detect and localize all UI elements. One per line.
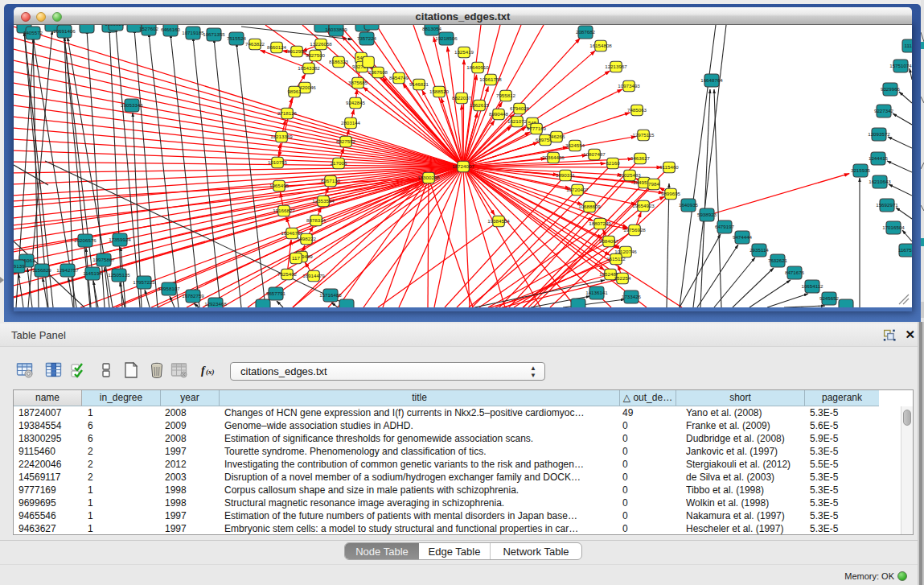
svg-text:16046766: 16046766 <box>281 230 303 236</box>
svg-text:39139: 39139 <box>14 263 25 269</box>
svg-text:117: 117 <box>292 255 300 261</box>
svg-text:2087682: 2087682 <box>576 29 596 35</box>
svg-text:9084067: 9084067 <box>599 238 619 244</box>
svg-text:8186323: 8186323 <box>329 59 349 64</box>
svg-text:9146821: 9146821 <box>409 81 429 87</box>
svg-text:8267130: 8267130 <box>321 178 341 183</box>
svg-text:1588520: 1588520 <box>429 89 450 94</box>
svg-text:1156829: 1156829 <box>32 267 51 273</box>
svg-text:10553267: 10553267 <box>105 25 127 27</box>
svg-text:5938923: 5938923 <box>697 212 717 217</box>
svg-text:10961758: 10961758 <box>479 76 502 82</box>
svg-text:18640910: 18640910 <box>466 64 489 70</box>
svg-text:2718126: 2718126 <box>277 110 298 116</box>
svg-text:1362615: 1362615 <box>470 102 490 108</box>
svg-text:3215935: 3215935 <box>851 167 871 173</box>
svg-text:7632621: 7632621 <box>768 257 788 263</box>
svg-text:6466160: 6466160 <box>161 27 181 32</box>
svg-text:20206576: 20206576 <box>74 237 97 243</box>
svg-text:8660124: 8660124 <box>267 44 287 50</box>
svg-text:19756928: 19756928 <box>623 227 646 233</box>
svg-text:10688609: 10688609 <box>578 204 601 209</box>
svg-text:1112: 1112 <box>905 43 912 48</box>
svg-text:8822037: 8822037 <box>452 95 472 101</box>
svg-text:217006: 217006 <box>331 160 347 166</box>
svg-text:20691406: 20691406 <box>53 28 76 34</box>
svg-text:2367608: 2367608 <box>368 69 388 75</box>
svg-text:10120746: 10120746 <box>614 249 637 254</box>
svg-text:16914479: 16914479 <box>302 273 325 278</box>
svg-text:18724007: 18724007 <box>452 163 474 169</box>
svg-text:19654923: 19654923 <box>632 203 655 208</box>
svg-text:12093572: 12093572 <box>868 131 890 137</box>
svg-text:10719185: 10719185 <box>182 30 204 35</box>
svg-text:20053346: 20053346 <box>121 102 143 108</box>
svg-text:9242845: 9242845 <box>346 100 366 105</box>
svg-text:1244415: 1244415 <box>869 155 889 161</box>
svg-text:7955812: 7955812 <box>496 93 516 98</box>
svg-text:7463822: 7463822 <box>245 41 265 47</box>
svg-text:2803144: 2803144 <box>341 120 361 126</box>
svg-text:15751074: 15751074 <box>889 63 912 68</box>
svg-text:12942757: 12942757 <box>56 267 79 273</box>
svg-text:7984: 7984 <box>648 181 659 187</box>
svg-text:1527602: 1527602 <box>139 26 159 31</box>
svg-text:12975115: 12975115 <box>632 132 655 138</box>
svg-text:19384554: 19384554 <box>487 218 510 224</box>
svg-text:1325419: 1325419 <box>454 49 474 55</box>
svg-text:9777169: 9777169 <box>527 126 547 131</box>
svg-text:16154808: 16154808 <box>589 43 612 48</box>
svg-text:12505135: 12505135 <box>108 272 130 278</box>
svg-text:9474444: 9474444 <box>733 234 753 240</box>
svg-text:12213967: 12213967 <box>605 64 627 69</box>
svg-text:12923468: 12923468 <box>204 301 227 307</box>
svg-text:(x): (x) <box>206 368 215 376</box>
svg-text:2935114: 2935114 <box>749 247 769 253</box>
svg-text:6794028: 6794028 <box>510 105 530 111</box>
svg-text:7485063: 7485063 <box>627 107 647 113</box>
svg-text:12353594: 12353594 <box>312 198 335 204</box>
svg-text:8912954: 8912954 <box>287 48 307 54</box>
svg-text:252254: 252254 <box>614 275 631 281</box>
svg-text:7357224: 7357224 <box>357 35 377 41</box>
svg-text:16033809: 16033809 <box>325 27 347 32</box>
svg-text:16210643: 16210643 <box>869 179 891 184</box>
svg-text:16782759: 16782759 <box>182 293 204 299</box>
svg-text:12213369: 12213369 <box>270 134 293 139</box>
svg-text:16543382: 16543382 <box>298 65 320 71</box>
svg-text:1965495: 1965495 <box>269 183 290 188</box>
svg-text:98961: 98961 <box>287 89 302 94</box>
svg-text:15720407: 15720407 <box>566 187 589 192</box>
svg-text:19166827: 19166827 <box>273 208 295 213</box>
svg-text:1733426: 1733426 <box>622 294 642 299</box>
svg-text:9329966: 9329966 <box>881 86 901 92</box>
svg-text:1145194: 1145194 <box>83 270 102 276</box>
svg-text:6479197: 6479197 <box>715 224 735 229</box>
svg-text:18300295: 18300295 <box>417 175 440 180</box>
svg-text:9657791: 9657791 <box>266 290 286 296</box>
svg-text:1405572: 1405572 <box>23 30 43 35</box>
svg-text:3624554: 3624554 <box>565 142 585 148</box>
svg-text:1621072: 1621072 <box>507 118 528 124</box>
svg-text:8990448: 8990448 <box>489 111 509 117</box>
svg-text:9899695: 9899695 <box>661 191 681 196</box>
svg-text:9227342: 9227342 <box>874 108 894 113</box>
svg-text:15716485: 15716485 <box>319 292 342 298</box>
svg-text:10654112: 10654112 <box>801 283 823 289</box>
svg-text:10025483: 10025483 <box>618 172 641 178</box>
svg-text:1010755: 1010755 <box>268 159 288 165</box>
svg-text:10671355: 10671355 <box>203 31 225 37</box>
svg-text:13226058: 13226058 <box>310 41 332 47</box>
svg-text:17359924: 17359924 <box>109 237 131 242</box>
svg-text:8471676: 8471676 <box>785 270 805 275</box>
svg-text:8427552: 8427552 <box>336 138 356 144</box>
svg-text:10958107: 10958107 <box>158 286 180 291</box>
svg-text:7625402: 7625402 <box>277 271 298 277</box>
svg-text:20364436: 20364436 <box>542 154 565 160</box>
svg-text:19975867: 19975867 <box>92 257 115 262</box>
svg-text:746266: 746266 <box>548 134 565 139</box>
svg-text:1640935: 1640935 <box>679 202 699 208</box>
svg-text:17957225: 17957225 <box>133 279 155 285</box>
svg-text:18807249: 18807249 <box>589 220 611 226</box>
svg-text:19218506: 19218506 <box>435 35 458 41</box>
